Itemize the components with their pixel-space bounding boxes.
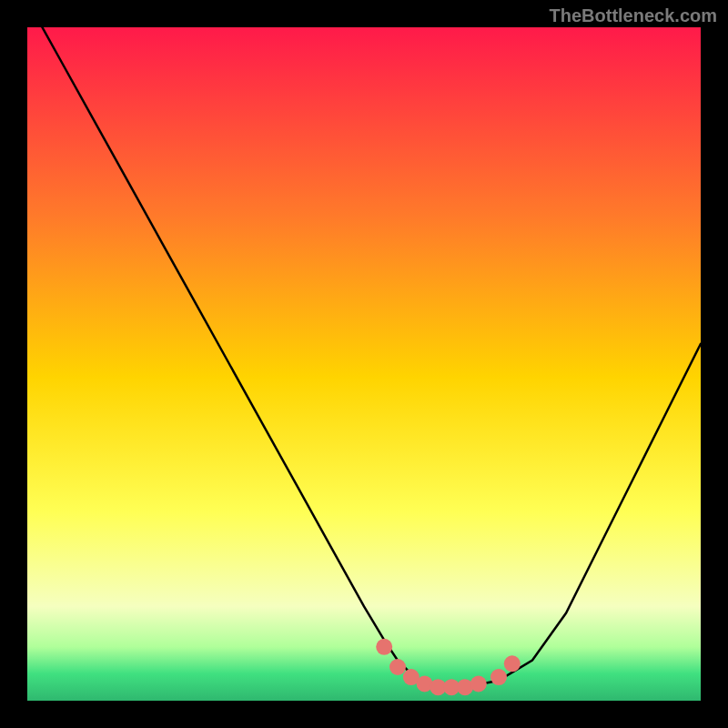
bottleneck-chart bbox=[27, 27, 701, 701]
gradient-background bbox=[27, 27, 701, 701]
marker-dot bbox=[490, 669, 507, 685]
watermark-label: TheBottleneck.com bbox=[550, 5, 717, 26]
plot-area bbox=[27, 27, 701, 701]
marker-dot bbox=[470, 676, 487, 693]
chart-frame: TheBottleneck.com bbox=[0, 0, 728, 728]
marker-dot bbox=[376, 639, 392, 655]
marker-dot bbox=[389, 659, 406, 675]
marker-dot bbox=[504, 655, 521, 672]
